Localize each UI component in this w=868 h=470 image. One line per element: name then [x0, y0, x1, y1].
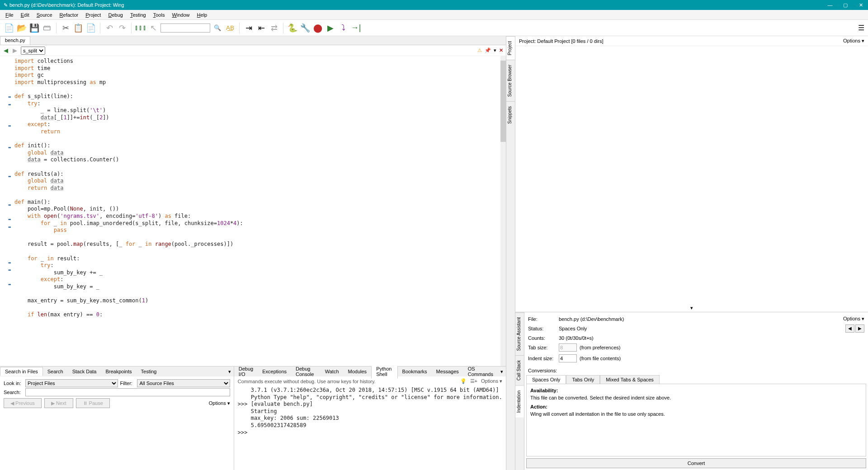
breakpoint-icon[interactable]: ⬤: [312, 23, 323, 33]
run-icon[interactable]: ▶: [325, 23, 336, 33]
project-tree[interactable]: ▾: [515, 46, 868, 312]
step-into-icon[interactable]: →|: [350, 23, 361, 33]
menu-file[interactable]: File: [2, 11, 17, 19]
vtab-source-assistant[interactable]: Source Assistant: [515, 312, 524, 355]
convtab-tabs-only[interactable]: Tabs Only: [566, 375, 600, 384]
vtab-snippets[interactable]: Snippets: [506, 101, 515, 128]
menu-project[interactable]: Project: [82, 11, 104, 19]
tab-messages[interactable]: Messages: [432, 367, 463, 376]
shell-output[interactable]: 3.7.1 (v3.7.1:260ec2c36a, Oct 20 2018, 1…: [234, 386, 506, 470]
availability-heading: Availability:: [530, 388, 862, 393]
file-label: File:: [528, 316, 556, 322]
feather-icon: ✎: [4, 2, 8, 8]
find-replace-icon[interactable]: A͟B: [225, 23, 236, 33]
bottom-left-tabs: Search in FilesSearchStack DataBreakpoin…: [0, 367, 234, 376]
redo-icon[interactable]: ↷: [117, 23, 127, 33]
convert-button[interactable]: Convert: [526, 458, 866, 468]
comment-icon[interactable]: ⇄: [269, 23, 279, 33]
tab-watch[interactable]: Watch: [321, 367, 344, 376]
chevron-down-icon[interactable]: ▾: [690, 305, 693, 311]
counts-label: Counts:: [528, 335, 556, 341]
tabsize-label: Tab size:: [528, 345, 556, 350]
paste-icon[interactable]: 📄: [85, 23, 96, 33]
tab-search[interactable]: Search: [43, 367, 68, 376]
hamburger-icon[interactable]: ☰: [858, 24, 864, 32]
nav-next-button[interactable]: ▶: [855, 324, 864, 333]
search-input[interactable]: [25, 388, 230, 396]
menu-testing[interactable]: Testing: [127, 11, 150, 19]
menu-refactor[interactable]: Refactor: [56, 11, 82, 19]
minimize-button[interactable]: —: [826, 2, 834, 8]
save-all-icon[interactable]: 🗃: [42, 23, 52, 33]
editor-scrollbar[interactable]: [500, 56, 506, 366]
options-link[interactable]: Options ▾: [209, 400, 230, 406]
tab-exceptions[interactable]: Exceptions: [258, 367, 291, 376]
maximize-button[interactable]: ▢: [842, 2, 849, 8]
toolbar-search-input[interactable]: [160, 24, 210, 33]
bottom-right-tabs: Debug I/OExceptionsDebug ConsoleWatchMod…: [234, 367, 506, 376]
vtab-source-browser[interactable]: Source Browser: [506, 60, 515, 101]
vtab-indentation[interactable]: Indentation: [515, 385, 524, 418]
lightbulb-icon[interactable]: 💡: [460, 378, 467, 384]
python-icon[interactable]: 🐍: [287, 23, 298, 33]
nav-back-icon[interactable]: ◀: [3, 47, 9, 54]
file-tab[interactable]: bench.py: [0, 36, 30, 45]
close-button[interactable]: ✕: [857, 2, 864, 8]
tab-modules[interactable]: Modules: [344, 367, 372, 376]
tabsize-input[interactable]: [559, 343, 577, 352]
list-icon[interactable]: ☰+: [470, 378, 477, 384]
close-editor-icon[interactable]: ✕: [499, 47, 503, 53]
tabs-dropdown-icon[interactable]: ▾: [498, 369, 506, 375]
tab-testing[interactable]: Testing: [137, 367, 161, 376]
indentation-icon[interactable]: ⫾⫾⫾: [135, 23, 146, 33]
chevron-down-icon[interactable]: ▾: [494, 47, 496, 53]
menu-source[interactable]: Source: [33, 11, 56, 19]
copy-icon[interactable]: 📋: [73, 23, 84, 33]
conversion-panel: Availability: This file can be converted…: [526, 384, 866, 456]
previous-button[interactable]: ◀ Previous: [4, 398, 42, 408]
filter-select[interactable]: All Source Files: [137, 379, 230, 387]
code-editor[interactable]: ▬▬ ▬ ▬ ▬ ▬ ▬▬ ▬▬ ▬ import collectionsimp…: [0, 56, 506, 366]
next-button[interactable]: ▶ Next: [44, 398, 73, 408]
undo-icon[interactable]: ↶: [104, 23, 115, 33]
project-options-link[interactable]: Options ▾: [843, 38, 864, 44]
save-icon[interactable]: 💾: [29, 23, 40, 33]
menu-window[interactable]: Window: [168, 11, 193, 19]
menu-tools[interactable]: Tools: [150, 11, 169, 19]
convtab-spaces-only[interactable]: Spaces Only: [526, 375, 566, 384]
convtab-mixed-tabs---spaces[interactable]: Mixed Tabs & Spaces: [600, 375, 660, 384]
menu-edit[interactable]: Edit: [17, 11, 33, 19]
indent-note: (from file contents): [580, 356, 621, 361]
tabs-dropdown-icon[interactable]: ▾: [226, 369, 234, 375]
menu-debug[interactable]: Debug: [104, 11, 126, 19]
vtab-project[interactable]: Project: [506, 36, 515, 60]
nav-prev-button[interactable]: ◀: [845, 324, 854, 333]
counts-value: 30 (0t/30s/0t+s): [559, 335, 594, 341]
tab-search-in-files[interactable]: Search in Files: [0, 367, 43, 376]
nav-fwd-icon[interactable]: ▶: [12, 47, 18, 54]
new-file-icon[interactable]: 📄: [4, 23, 14, 33]
debug-file-icon[interactable]: 🔧: [300, 23, 311, 33]
menu-help[interactable]: Help: [193, 11, 211, 19]
search-icon[interactable]: 🔍: [212, 23, 223, 33]
tab-breakpoints[interactable]: Breakpoints: [101, 367, 136, 376]
outdent-icon[interactable]: ⇤: [256, 23, 267, 33]
sa-options-link[interactable]: Options ▾: [843, 316, 864, 322]
pause-button[interactable]: ⏸ Pause: [76, 398, 110, 408]
goto-icon[interactable]: ↖: [148, 23, 159, 33]
tab-stack-data[interactable]: Stack Data: [68, 367, 101, 376]
step-icon[interactable]: ⤵: [338, 23, 349, 33]
file-tabs: bench.py: [0, 36, 506, 45]
indent-input[interactable]: [559, 354, 577, 362]
cut-icon[interactable]: ✂: [60, 23, 71, 33]
warning-icon[interactable]: ⚠: [477, 47, 482, 53]
file-value: bench.py (d:\Dev\benchmark): [559, 316, 624, 322]
indent-icon[interactable]: ⇥: [243, 23, 254, 33]
symbol-select[interactable]: s_split: [21, 47, 45, 55]
tab-bookmarks[interactable]: Bookmarks: [398, 367, 432, 376]
look-in-select[interactable]: Project Files: [25, 379, 118, 387]
vtab-call-stack[interactable]: Call Stack: [515, 355, 524, 385]
open-file-icon[interactable]: 📂: [16, 23, 27, 33]
pin-icon[interactable]: 📌: [485, 47, 491, 53]
shell-options-link[interactable]: Options ▾: [481, 378, 502, 384]
